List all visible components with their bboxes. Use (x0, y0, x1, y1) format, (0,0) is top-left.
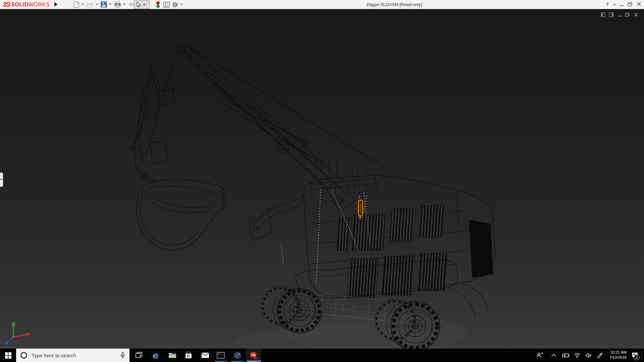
selected-component[interactable] (358, 195, 363, 220)
help-button[interactable]: ? (606, 1, 609, 7)
volume-button[interactable] (584, 349, 594, 362)
start-button[interactable] (1, 349, 15, 362)
wifi-button[interactable] (572, 349, 582, 362)
print-button[interactable] (113, 1, 122, 8)
options-button[interactable] (171, 1, 179, 8)
speaker-icon (586, 353, 592, 358)
action-center-button[interactable]: 2 (629, 349, 641, 362)
print-caret[interactable] (123, 4, 126, 5)
solidworks-button[interactable]: SW 2017 (246, 349, 261, 362)
brand-solid: SOLID (11, 2, 28, 8)
file-explorer-icon (168, 352, 176, 359)
save-button[interactable] (99, 1, 108, 8)
new-document-button[interactable] (72, 1, 81, 8)
show-desktop-divider[interactable] (641, 351, 642, 360)
orientation-triad (4, 321, 31, 345)
clock-date: 7/13/2018 (606, 355, 627, 360)
view-orientation-label: *Dimetric (5, 345, 23, 349)
viewport-close-button[interactable] (633, 12, 639, 18)
solidworks-2017-icon: SW 2017 (249, 351, 259, 360)
title-bar: 3SSOLIDWORKS Digger.SLDASM [Read-only] (0, 0, 644, 9)
svg-text:SW: SW (251, 354, 256, 357)
cortana-circle-icon (20, 352, 28, 359)
viewport-minimize-button[interactable] (616, 12, 623, 18)
new-document-icon (74, 1, 79, 8)
save-floppy-icon (101, 1, 107, 8)
hexagon-app-icon (233, 351, 241, 359)
options-caret[interactable] (180, 4, 183, 5)
tray-chevron-button[interactable] (549, 349, 559, 362)
svg-text:2017: 2017 (254, 357, 259, 360)
microsoft-store-icon (185, 352, 192, 359)
file-explorer-button[interactable] (165, 349, 180, 362)
open-folder-icon (86, 2, 94, 8)
command-prompt-button[interactable]: C:\_ (213, 349, 228, 362)
brand-works: WORKS (29, 2, 50, 8)
help-caret[interactable] (613, 4, 616, 5)
dassault-3s-glyph: 3S (3, 1, 10, 8)
viewport-pane-right-button[interactable] (608, 12, 614, 18)
clock-time: 10:21 AM (606, 350, 627, 355)
battery-icon (562, 353, 570, 357)
select-caret[interactable] (143, 4, 146, 5)
task-view-icon (136, 352, 142, 359)
feature-manager-collapsed-tab[interactable] (0, 173, 3, 187)
rebuild-button[interactable] (154, 1, 162, 8)
solidworks-logo: 3SSOLIDWORKS (3, 1, 50, 8)
solidworks-running-indicator (247, 361, 261, 362)
hexagon-app-running-indicator (231, 361, 244, 362)
windows-logo-icon (5, 352, 11, 359)
edge-icon: e (153, 350, 159, 361)
people-button[interactable] (535, 349, 545, 362)
command-prompt-icon: C:\_ (217, 352, 225, 359)
windows-ink-pen-icon (597, 353, 603, 358)
save-caret[interactable] (109, 4, 112, 5)
options-gear-icon (172, 1, 178, 8)
taskbar-clock[interactable]: 10:21 AM 7/13/2018 (606, 350, 627, 360)
document-title: Digger.SLDASM [Read-only] (367, 2, 422, 7)
expand-panel-icon (0, 178, 2, 180)
search-placeholder-text: Type here to search (32, 353, 120, 358)
select-tool-button[interactable] (134, 0, 150, 9)
file-properties-button[interactable] (162, 1, 171, 8)
mail-icon (201, 352, 209, 358)
windows-taskbar: Type here to search e C:\_ SW 2017 (0, 349, 644, 362)
mail-button[interactable] (198, 349, 213, 362)
taskbar-search-box[interactable]: Type here to search (16, 349, 129, 362)
people-icon (536, 352, 543, 358)
wifi-icon (574, 353, 581, 358)
edge-button[interactable]: e (148, 349, 163, 362)
app-close-button[interactable] (637, 1, 641, 8)
app-minimize-button[interactable] (620, 1, 624, 8)
windows-ink-button[interactable] (595, 349, 605, 362)
task-view-button[interactable] (131, 349, 146, 362)
select-cursor-icon (136, 2, 141, 8)
chevron-up-icon (551, 354, 556, 357)
wireframe-digger-model[interactable] (0, 9, 644, 349)
battery-button[interactable] (561, 349, 571, 362)
viewport-restore-button[interactable] (624, 12, 631, 18)
new-document-caret[interactable] (82, 4, 84, 5)
graphics-viewport[interactable]: *Dimetric (0, 9, 644, 349)
microsoft-store-button[interactable] (181, 349, 196, 362)
rebuild-traffic-light-icon (156, 1, 160, 8)
microphone-icon[interactable] (120, 352, 125, 359)
menu-expand-arrow-icon[interactable] (54, 2, 57, 7)
print-icon (114, 1, 121, 8)
hexagon-app-button[interactable] (230, 349, 245, 362)
viewport-pane-left-button[interactable] (600, 12, 606, 18)
open-button[interactable] (86, 1, 94, 8)
open-caret[interactable] (96, 4, 98, 5)
svg-text:C:\_: C:\_ (218, 353, 223, 356)
app-restore-button[interactable] (628, 1, 633, 8)
file-properties-icon (163, 2, 170, 8)
cmd-running-indicator (215, 361, 227, 362)
notification-badge: 2 (634, 355, 640, 360)
